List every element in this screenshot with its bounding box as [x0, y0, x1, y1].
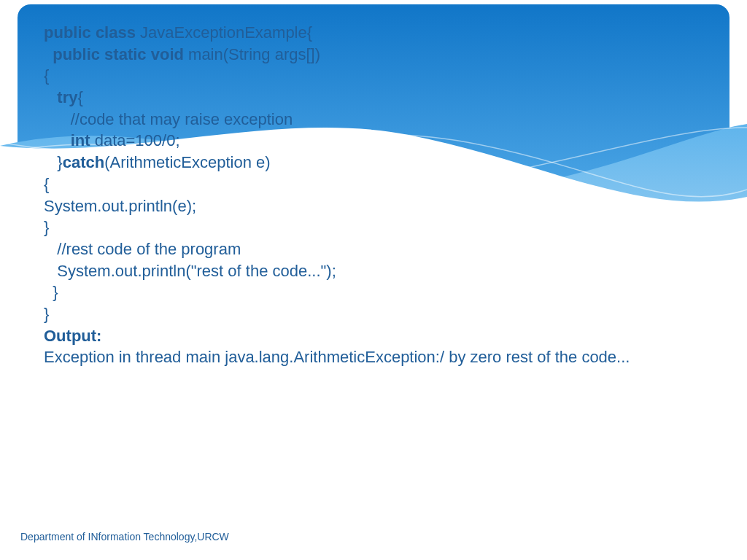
code-line-8: { — [44, 174, 703, 195]
indent — [44, 45, 53, 63]
code-text: { — [77, 88, 82, 106]
indent — [44, 88, 57, 106]
output-label-text: Output: — [44, 327, 101, 345]
code-line-5: //code that may raise exception — [44, 109, 703, 131]
code-text: (ArithmeticException e) — [104, 153, 270, 171]
code-text: data=100/0; — [90, 131, 180, 149]
code-line-12: System.out.println("rest of the code..."… — [44, 260, 703, 282]
code-line-3: { — [44, 65, 703, 87]
output-label: Output: — [44, 325, 703, 347]
code-line-11: //rest code of the program — [44, 238, 703, 260]
code-line-4: try{ — [44, 87, 703, 109]
code-line-6: int data=100/0; — [44, 130, 703, 152]
code-line-7: }catch(ArithmeticException e) — [44, 152, 703, 174]
indent — [44, 131, 71, 149]
keyword: try — [57, 88, 77, 106]
code-text: main(String args[]) — [184, 45, 320, 63]
output-text: Exception in thread main java.lang.Arith… — [44, 346, 703, 368]
code-line-14: } — [44, 303, 703, 325]
indent: } — [44, 153, 63, 171]
code-line-9: System.out.println(e); — [44, 195, 703, 217]
code-content: public class JavaExceptionExample{ publi… — [0, 0, 747, 368]
keyword: catch — [63, 153, 104, 171]
keyword: int — [71, 131, 90, 149]
code-line-13: } — [44, 281, 703, 303]
keyword: public static void — [53, 45, 184, 63]
code-line-1: public class JavaExceptionExample{ — [44, 22, 703, 44]
footer-text: Department of INformation Technology,URC… — [20, 531, 229, 542]
code-line-10: } — [44, 217, 703, 238]
code-text: JavaExceptionExample{ — [136, 23, 312, 42]
keyword: public class — [44, 23, 136, 42]
code-line-2: public static void main(String args[]) — [44, 44, 703, 66]
